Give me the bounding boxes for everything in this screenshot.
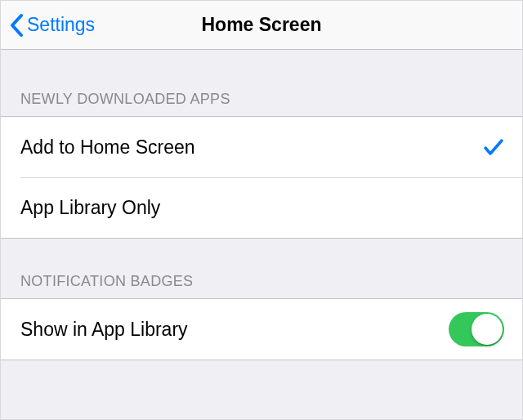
settings-page: Settings Home Screen Newly Downloaded Ap… bbox=[0, 0, 523, 420]
toggle-switch[interactable] bbox=[449, 312, 504, 346]
checkmark-icon bbox=[483, 137, 504, 157]
chevron-left-icon bbox=[9, 13, 24, 38]
back-button[interactable]: Settings bbox=[1, 13, 95, 38]
section-header-newly-downloaded: Newly Downloaded Apps bbox=[1, 50, 522, 116]
toggle-knob bbox=[472, 314, 503, 345]
option-add-to-home-screen[interactable]: Add to Home Screen bbox=[1, 117, 522, 177]
section-header-notification-badges: Notification Badges bbox=[1, 239, 522, 298]
option-label: Add to Home Screen bbox=[20, 136, 195, 159]
group-notification-badges: Show in App Library bbox=[1, 298, 522, 360]
row-show-in-app-library[interactable]: Show in App Library bbox=[1, 299, 522, 360]
back-label: Settings bbox=[27, 14, 95, 36]
group-newly-downloaded: Add to Home Screen App Library Only bbox=[1, 116, 522, 239]
option-label: App Library Only bbox=[20, 197, 160, 219]
nav-bar: Settings Home Screen bbox=[1, 1, 522, 50]
row-label: Show in App Library bbox=[20, 319, 188, 341]
option-app-library-only[interactable]: App Library Only bbox=[1, 177, 522, 238]
